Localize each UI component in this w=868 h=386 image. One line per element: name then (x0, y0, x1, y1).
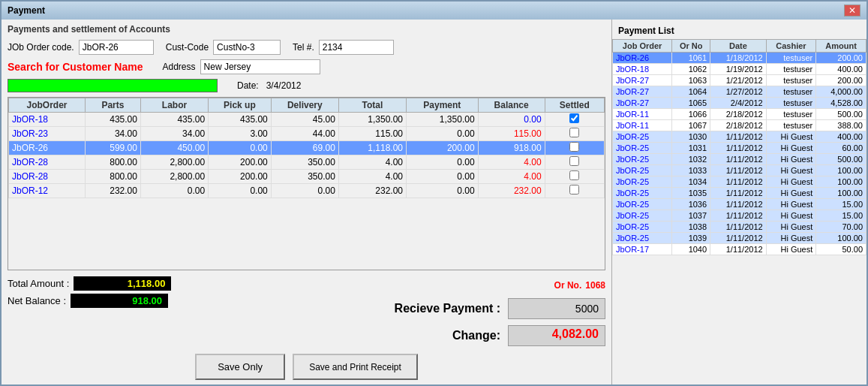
settled-checkbox[interactable] (569, 128, 579, 137)
col-total: Total (338, 98, 406, 113)
pay-cell-job: JbOR-25 (613, 199, 672, 210)
pay-cell-cashier: Hi Guest (766, 233, 816, 244)
list-item[interactable]: JbOR-27 1065 2/4/2012 testuser 4,528.00 (613, 98, 866, 109)
list-item[interactable]: JbOR-25 1034 1/11/2012 Hi Guest 100.00 (613, 176, 866, 188)
col-payment: Payment (407, 98, 479, 113)
close-button[interactable]: ✕ (844, 5, 860, 17)
cell-payment: 0.00 (407, 170, 479, 184)
net-balance-label: Net Balance : (8, 295, 66, 306)
settled-checkbox[interactable] (569, 185, 579, 195)
or-no-label: Or No. (554, 280, 582, 291)
pay-cell-amount: 400.00 (816, 64, 866, 75)
pay-cell-job: JbOR-25 (613, 210, 672, 222)
receive-payment-input[interactable] (508, 298, 605, 319)
cust-code-label: Cust-Code (166, 42, 209, 53)
list-item[interactable]: JbOR-17 1040 1/11/2012 Hi Guest 50.00 (613, 244, 866, 255)
cell-settled[interactable] (545, 141, 604, 155)
right-totals: Or No. 1068 Recieve Payment : Change: 4,… (395, 276, 605, 346)
pay-cell-amount: 70.00 (816, 222, 866, 233)
pay-cell-cashier: Hi Guest (766, 188, 816, 199)
cell-balance: 4.00 (478, 155, 545, 170)
pay-cell-cashier: Hi Guest (766, 143, 816, 154)
orders-table: JobOrder Parts Labor Pick up Delivery To… (8, 98, 605, 198)
pay-cell-or: 1035 (672, 188, 710, 199)
pay-cell-date: 1/18/2012 (710, 53, 767, 64)
tel-input[interactable] (319, 40, 394, 55)
settled-checkbox[interactable] (569, 170, 579, 180)
settled-checkbox[interactable] (569, 142, 579, 152)
job-order-label: JOb Order code. (8, 42, 74, 53)
pay-cell-amount: 15.00 (816, 210, 866, 222)
pay-cell-cashier: Hi Guest (766, 210, 816, 222)
list-item[interactable]: JbOR-25 1032 1/11/2012 Hi Guest 500.00 (613, 154, 866, 165)
cell-delivery: 350.00 (271, 170, 338, 184)
list-item[interactable]: JbOR-25 1036 1/11/2012 Hi Guest 15.00 (613, 199, 866, 210)
cell-settled[interactable] (545, 170, 604, 184)
table-row[interactable]: JbOR-12 232.00 0.00 0.00 0.00 232.00 0.0… (9, 184, 605, 198)
list-item[interactable]: JbOR-25 1035 1/11/2012 Hi Guest 100.00 (613, 188, 866, 199)
col-settled: Settled (545, 98, 604, 113)
cell-delivery: 0.00 (271, 184, 338, 198)
list-item[interactable]: JbOR-27 1064 1/27/2012 testuser 4,000.00 (613, 86, 866, 98)
pay-cell-date: 1/27/2012 (710, 86, 767, 98)
date-label: Date: (237, 80, 259, 91)
list-item[interactable]: JbOR-25 1033 1/11/2012 Hi Guest 100.00 (613, 165, 866, 176)
cell-labor: 2,800.00 (140, 170, 208, 184)
content-area: Payments and settlement of Accounts JOb … (2, 20, 866, 384)
list-item[interactable]: JbOR-25 1038 1/11/2012 Hi Guest 70.00 (613, 222, 866, 233)
cell-labor: 2,800.00 (140, 155, 208, 170)
pay-cell-or: 1062 (672, 64, 710, 75)
table-row[interactable]: JbOR-28 800.00 2,800.00 200.00 350.00 4.… (9, 170, 605, 184)
list-item[interactable]: JbOR-11 1066 2/18/2012 testuser 500.00 (613, 109, 866, 120)
pay-cell-amount: 100.00 (816, 188, 866, 199)
pay-cell-cashier: testuser (766, 86, 816, 98)
list-item[interactable]: JbOR-25 1030 1/11/2012 Hi Guest 400.00 (613, 131, 866, 143)
save-print-button[interactable]: Save and Print Receipt (293, 354, 418, 380)
pay-col-date: Date (710, 40, 767, 53)
table-row[interactable]: JbOR-23 34.00 34.00 3.00 44.00 115.00 0.… (9, 127, 605, 141)
cell-settled[interactable] (545, 113, 604, 127)
cell-total: 1,350.00 (338, 113, 406, 127)
cell-payment: 1,350.00 (407, 113, 479, 127)
pay-cell-or: 1030 (672, 131, 710, 143)
list-item[interactable]: JbOR-27 1063 1/21/2012 testuser 200.00 (613, 75, 866, 86)
pay-cell-amount: 100.00 (816, 165, 866, 176)
settled-checkbox[interactable] (569, 156, 579, 166)
pay-cell-cashier: testuser (766, 64, 816, 75)
payment-table-container[interactable]: Job Order Or No Date Cashier Amount JbOR… (612, 39, 866, 381)
cell-settled[interactable] (545, 155, 604, 170)
cell-settled[interactable] (545, 127, 604, 141)
table-row[interactable]: JbOR-28 800.00 2,800.00 200.00 350.00 4.… (9, 155, 605, 170)
list-item[interactable]: JbOR-25 1031 1/11/2012 Hi Guest 60.00 (613, 143, 866, 154)
pay-cell-amount: 500.00 (816, 109, 866, 120)
cell-pickup: 200.00 (209, 155, 272, 170)
list-item[interactable]: JbOR-11 1067 2/18/2012 testuser 388.00 (613, 120, 866, 131)
pay-cell-cashier: Hi Guest (766, 154, 816, 165)
table-row[interactable]: JbOR-18 435.00 435.00 435.00 45.00 1,350… (9, 113, 605, 127)
settled-checkbox[interactable] (569, 113, 579, 123)
pay-cell-or: 1032 (672, 154, 710, 165)
list-item[interactable]: JbOR-25 1037 1/11/2012 Hi Guest 15.00 (613, 210, 866, 222)
list-item[interactable]: JbOR-26 1061 1/18/2012 testuser 200.00 (613, 53, 866, 64)
list-item[interactable]: JbOR-25 1039 1/11/2012 Hi Guest 100.00 (613, 233, 866, 244)
cell-settled[interactable] (545, 184, 604, 198)
save-only-button[interactable]: Save Only (195, 354, 285, 380)
cell-parts: 435.00 (85, 113, 140, 127)
list-item[interactable]: JbOR-18 1062 1/19/2012 testuser 400.00 (613, 64, 866, 75)
change-row: Change: 4,082.00 (452, 325, 605, 346)
search-bar[interactable] (8, 79, 218, 92)
col-pickup: Pick up (209, 98, 272, 113)
pay-cell-job: JbOR-11 (613, 109, 672, 120)
cell-labor: 450.00 (140, 141, 208, 155)
pay-cell-job: JbOR-26 (613, 53, 672, 64)
cust-code-input[interactable] (213, 40, 281, 55)
cell-parts: 599.00 (85, 141, 140, 155)
address-input[interactable] (200, 59, 320, 74)
search-customer-label[interactable]: Search for Customer Name (8, 61, 143, 73)
pay-cell-date: 1/11/2012 (710, 199, 767, 210)
or-no-display: Or No. 1068 (554, 276, 605, 292)
bottom-section: Total Amount : 1,118.00 Net Balance : 91… (8, 276, 605, 380)
pay-cell-amount: 500.00 (816, 154, 866, 165)
job-order-input[interactable] (79, 40, 154, 55)
table-row[interactable]: JbOR-26 599.00 450.00 0.00 69.00 1,118.0… (9, 141, 605, 155)
